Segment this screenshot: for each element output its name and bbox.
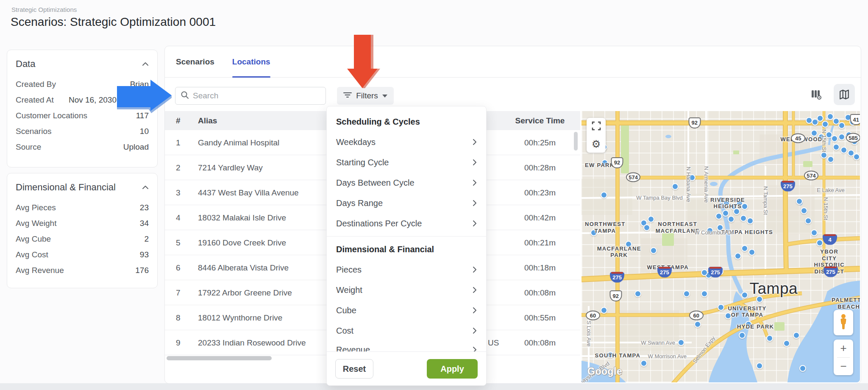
- pegman-control[interactable]: [834, 310, 853, 335]
- map-marker[interactable]: [601, 192, 607, 198]
- map-marker[interactable]: [831, 135, 838, 142]
- column-header-service-time[interactable]: Service Time: [500, 111, 580, 130]
- map-marker[interactable]: [741, 245, 748, 252]
- menu-item-weight[interactable]: Weight: [327, 280, 486, 300]
- map-marker[interactable]: [833, 144, 840, 150]
- map-marker[interactable]: [601, 307, 607, 314]
- map-marker[interactable]: [701, 269, 708, 276]
- map-marker[interactable]: [607, 351, 614, 358]
- map-marker[interactable]: [766, 335, 773, 342]
- map-marker[interactable]: [851, 138, 858, 145]
- map-marker[interactable]: [748, 249, 755, 256]
- map-marker[interactable]: [805, 217, 812, 224]
- reset-button[interactable]: Reset: [335, 359, 373, 379]
- row-number: 2: [176, 155, 181, 180]
- menu-item-starting-cycle[interactable]: Starting Cycle: [327, 152, 486, 173]
- zoom-in-button[interactable]: +: [834, 340, 853, 357]
- map-marker[interactable]: [625, 241, 632, 248]
- menu-item-weekdays[interactable]: Weekdays: [327, 132, 486, 152]
- map-marker[interactable]: [648, 216, 654, 223]
- row-number: 9: [176, 330, 181, 355]
- map-marker[interactable]: [611, 274, 618, 281]
- map-marker[interactable]: [846, 131, 852, 138]
- map-marker[interactable]: [689, 174, 696, 181]
- column-header-num[interactable]: #: [176, 111, 181, 130]
- menu-item-cube[interactable]: Cube: [327, 300, 486, 320]
- vertical-scrollbar[interactable]: [574, 132, 578, 150]
- map-marker[interactable]: [756, 362, 763, 369]
- horizontal-scrollbar[interactable]: [167, 356, 272, 360]
- map-marker[interactable]: [707, 227, 713, 234]
- map-marker[interactable]: [678, 339, 684, 346]
- map-marker[interactable]: [643, 224, 650, 231]
- map-marker[interactable]: [734, 253, 741, 259]
- map-marker[interactable]: [634, 290, 641, 297]
- map-marker[interactable]: [816, 240, 823, 246]
- map-marker[interactable]: [601, 159, 608, 166]
- map-marker[interactable]: [806, 117, 812, 124]
- menu-item-days-between-cycle[interactable]: Days Between Cycle: [327, 173, 486, 193]
- map-marker[interactable]: [838, 134, 845, 140]
- tab-scenarios[interactable]: Scenarios: [176, 46, 214, 77]
- breadcrumb[interactable]: Strategic Optimizations: [11, 6, 77, 13]
- map-marker[interactable]: [796, 198, 803, 205]
- map-marker[interactable]: [822, 121, 829, 128]
- map-view-toggle-icon[interactable]: [834, 84, 855, 105]
- collapse-chevron-icon[interactable]: [142, 184, 149, 191]
- map-marker[interactable]: [799, 365, 806, 372]
- map-marker[interactable]: [827, 156, 834, 163]
- map-marker[interactable]: [728, 216, 734, 223]
- filters-button[interactable]: Filters: [337, 87, 394, 105]
- map-marker[interactable]: [740, 215, 747, 222]
- map-marker[interactable]: [817, 115, 823, 122]
- map-marker[interactable]: [722, 210, 729, 217]
- row-alias: 18032 Malakai Isle Drive: [198, 205, 286, 230]
- map-marker[interactable]: [801, 207, 807, 214]
- map-marker[interactable]: [818, 134, 825, 140]
- map-marker[interactable]: [694, 321, 701, 328]
- column-header-alias[interactable]: Alias: [198, 111, 217, 130]
- map-marker[interactable]: [827, 113, 834, 120]
- map-marker[interactable]: [811, 130, 818, 136]
- menu-item-pieces[interactable]: Pieces: [327, 259, 486, 280]
- tab-locations[interactable]: Locations: [232, 46, 270, 77]
- map-marker[interactable]: [640, 360, 647, 367]
- map-marker[interactable]: [725, 312, 732, 319]
- apply-button[interactable]: Apply: [427, 359, 478, 379]
- map-marker[interactable]: [701, 290, 708, 297]
- map-marker[interactable]: [717, 268, 723, 275]
- map-marker[interactable]: [756, 296, 763, 303]
- map-marker[interactable]: [849, 119, 856, 125]
- search-input[interactable]: [193, 91, 320, 100]
- map-marker[interactable]: [747, 217, 754, 224]
- map-marker[interactable]: [821, 152, 827, 159]
- map-marker[interactable]: [717, 224, 723, 231]
- column-settings-icon[interactable]: [806, 84, 827, 105]
- map-marker[interactable]: [783, 340, 790, 347]
- map-marker[interactable]: [741, 203, 748, 210]
- map-marker[interactable]: [838, 122, 845, 129]
- map-marker[interactable]: [590, 229, 597, 236]
- map-marker[interactable]: [733, 208, 740, 215]
- map-settings-gear-icon[interactable]: ⚙: [592, 139, 601, 149]
- map-marker[interactable]: [741, 292, 748, 298]
- menu-item-cost[interactable]: Cost: [327, 320, 486, 341]
- map[interactable]: WELLSWOODEW PARKRIVERSIDEHEIGHTSNORTHWES…: [581, 111, 860, 382]
- collapse-chevron-icon[interactable]: [142, 60, 149, 68]
- map-marker[interactable]: [723, 200, 730, 206]
- map-marker[interactable]: [718, 304, 724, 311]
- map-marker[interactable]: [853, 153, 860, 160]
- map-marker[interactable]: [793, 332, 800, 339]
- map-marker[interactable]: [840, 147, 847, 153]
- map-marker[interactable]: [650, 247, 657, 254]
- map-marker[interactable]: [683, 290, 690, 297]
- map-marker[interactable]: [715, 213, 722, 220]
- menu-item-destinations-per-cycle[interactable]: Destinations Per Cycle: [327, 213, 486, 234]
- map-marker[interactable]: [811, 229, 818, 236]
- map-marker[interactable]: [745, 321, 752, 328]
- map-marker[interactable]: [739, 332, 746, 339]
- menu-item-days-range[interactable]: Days Range: [327, 193, 486, 213]
- zoom-out-button[interactable]: −: [834, 358, 853, 376]
- map-marker[interactable]: [672, 183, 679, 190]
- fullscreen-icon[interactable]: [592, 121, 601, 132]
